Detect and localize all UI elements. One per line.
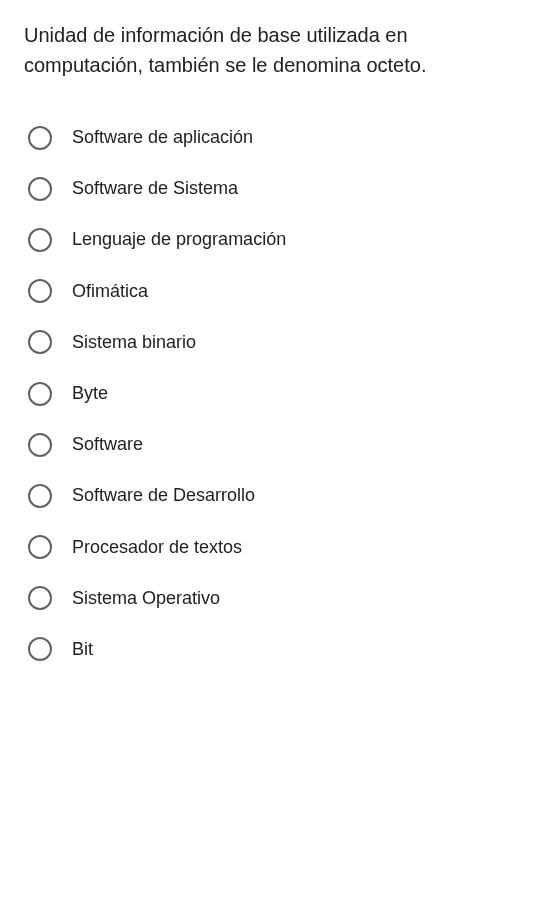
radio-icon (28, 228, 52, 252)
radio-icon (28, 382, 52, 406)
radio-icon (28, 330, 52, 354)
radio-icon (28, 279, 52, 303)
option-label: Bit (72, 637, 93, 662)
option-6[interactable]: Software (24, 419, 527, 470)
radio-icon (28, 586, 52, 610)
option-8[interactable]: Procesador de textos (24, 522, 527, 573)
option-label: Ofimática (72, 279, 148, 304)
option-label: Byte (72, 381, 108, 406)
option-label: Software (72, 432, 143, 457)
radio-icon (28, 177, 52, 201)
option-1[interactable]: Software de Sistema (24, 163, 527, 214)
option-label: Software de Sistema (72, 176, 238, 201)
option-10[interactable]: Bit (24, 624, 527, 675)
radio-icon (28, 637, 52, 661)
question-text: Unidad de información de base utilizada … (24, 20, 527, 80)
option-9[interactable]: Sistema Operativo (24, 573, 527, 624)
option-label: Software de Desarrollo (72, 483, 255, 508)
option-label: Software de aplicación (72, 125, 253, 150)
option-0[interactable]: Software de aplicación (24, 112, 527, 163)
option-5[interactable]: Byte (24, 368, 527, 419)
options-list: Software de aplicación Software de Siste… (24, 112, 527, 675)
option-3[interactable]: Ofimática (24, 266, 527, 317)
radio-icon (28, 126, 52, 150)
option-2[interactable]: Lenguaje de programación (24, 214, 527, 265)
option-4[interactable]: Sistema binario (24, 317, 527, 368)
option-label: Lenguaje de programación (72, 227, 286, 252)
option-label: Sistema Operativo (72, 586, 220, 611)
radio-icon (28, 433, 52, 457)
option-7[interactable]: Software de Desarrollo (24, 470, 527, 521)
radio-icon (28, 535, 52, 559)
option-label: Sistema binario (72, 330, 196, 355)
radio-icon (28, 484, 52, 508)
option-label: Procesador de textos (72, 535, 242, 560)
